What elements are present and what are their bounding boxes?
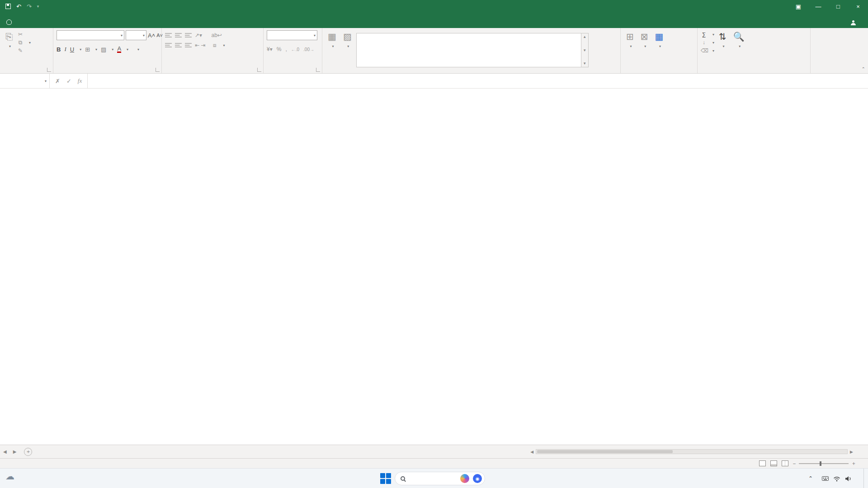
maximize-button[interactable]: □ [828, 0, 848, 13]
number-dialog-launcher-icon[interactable] [316, 68, 320, 72]
clipboard-dialog-launcher-icon[interactable] [47, 68, 51, 72]
tray-expand-icon[interactable]: ⌃ [808, 475, 813, 482]
name-box[interactable]: ▾ [0, 74, 50, 88]
paste-icon: ⎘ [5, 32, 13, 42]
format-painter-button[interactable]: ✎ [17, 47, 31, 54]
scroll-left-icon[interactable]: ◀ [529, 450, 535, 454]
keyboard-icon[interactable] [822, 476, 829, 481]
redo-icon[interactable]: ↷ [27, 3, 32, 10]
bold-button[interactable]: B [57, 46, 61, 53]
conditional-formatting-button[interactable]: ▦ ▾ [326, 30, 339, 50]
underline-button[interactable]: U [70, 46, 74, 53]
insert-cells-button[interactable]: ⊞▾ [624, 30, 636, 50]
undo-icon[interactable]: ↶ [16, 3, 21, 10]
show-desktop-button[interactable] [863, 469, 865, 488]
italic-button[interactable]: I [64, 46, 66, 53]
sort-filter-icon: ⇅ [719, 32, 726, 42]
normal-view-icon[interactable] [759, 460, 766, 466]
clear-button[interactable]: ⌫▾ [701, 47, 714, 54]
weather-widget[interactable]: ☁ [5, 471, 17, 482]
paste-button[interactable]: ⎘ ▾ [3, 30, 15, 50]
ribbon-options-icon[interactable]: ▣ [788, 0, 808, 13]
search-box[interactable]: ◉ [395, 472, 485, 485]
align-bottom-icon[interactable] [185, 33, 192, 38]
close-button[interactable]: × [848, 0, 868, 13]
cancel-icon[interactable]: ✗ [55, 78, 60, 84]
insert-cells-icon: ⊞ [626, 32, 634, 42]
copy-button[interactable]: ⧉▾ [17, 39, 31, 46]
format-as-table-button[interactable]: ▨ ▾ [341, 30, 354, 50]
qat-customize-icon[interactable]: ▾ [37, 4, 39, 9]
align-center-icon[interactable] [175, 42, 182, 48]
cut-button[interactable]: ✂ [17, 31, 31, 38]
eraser-icon: ⌫ [701, 47, 707, 54]
alignment-group: ↗▾ ⇤ ⇥ ab↩ ⧈▾ [162, 28, 264, 73]
fill-down-icon: ↓ [701, 39, 707, 46]
accounting-format-icon[interactable]: ¥▾ [267, 46, 273, 52]
new-sheet-button[interactable]: ＋ [24, 448, 32, 456]
number-group: ▾ ¥▾ % , ←.0 .00→ [264, 28, 322, 73]
font-family-select[interactable]: ▾ [57, 30, 124, 40]
delete-cells-icon: ⊠ [641, 32, 648, 42]
autosum-button[interactable]: ∑▾ [701, 31, 714, 38]
prev-sheet-icon[interactable]: ◀ [0, 449, 10, 454]
ribbon: ⎘ ▾ ✂ ⧉▾ ✎ ▾ ▾ A˄ A˅ B I U▾ ⊞▾ ▨▾ A▾ ▾ [0, 28, 868, 74]
font-group: ▾ ▾ A˄ A˅ B I U▾ ⊞▾ ▨▾ A▾ ▾ [53, 28, 162, 73]
align-middle-icon[interactable] [175, 33, 182, 38]
cells-group: ⊞▾ ⊠▾ ▦▾ [621, 28, 698, 73]
format-cells-button[interactable]: ▦▾ [653, 30, 666, 50]
cell-styles-gallery [356, 33, 581, 67]
zoom-slider[interactable]: −＋ [793, 460, 856, 467]
person-icon [851, 20, 855, 25]
minimize-button[interactable]: — [808, 0, 828, 13]
wrap-text-icon: ab↩ [211, 32, 217, 38]
clock[interactable] [856, 475, 859, 482]
decrease-decimal-icon[interactable]: .00→ [303, 47, 314, 52]
wrap-text-button[interactable]: ab↩ [211, 32, 225, 38]
fill-color-icon[interactable]: ▨ [101, 46, 106, 53]
copy-icon: ⧉ [17, 39, 24, 46]
page-layout-view-icon[interactable] [770, 460, 777, 466]
font-color-icon[interactable]: A [117, 46, 121, 53]
formula-input[interactable] [88, 74, 868, 88]
share-button[interactable] [841, 17, 868, 28]
insert-function-icon[interactable]: fx [78, 77, 82, 84]
find-select-button[interactable]: 🔍▾ [731, 30, 747, 50]
save-icon[interactable] [5, 4, 11, 9]
align-top-icon[interactable] [165, 33, 172, 38]
wifi-icon[interactable] [833, 476, 840, 482]
tell-me-box[interactable] [0, 16, 21, 28]
spreadsheet[interactable] [0, 104, 868, 445]
comma-icon[interactable]: , [285, 46, 287, 52]
format-as-table-icon: ▨ [343, 32, 352, 42]
font-size-select[interactable]: ▾ [126, 30, 146, 40]
horizontal-scrollbar[interactable]: ◀ ▶ [529, 449, 854, 454]
collapse-ribbon-icon[interactable]: ⌃ [862, 66, 865, 71]
fill-button[interactable]: ↓▾ [701, 39, 714, 46]
align-left-icon[interactable] [165, 42, 172, 48]
number-format-select[interactable]: ▾ [267, 30, 317, 40]
merge-center-button[interactable]: ⧈▾ [211, 42, 225, 48]
page-break-view-icon[interactable] [782, 460, 788, 466]
percent-icon[interactable]: % [277, 46, 282, 52]
quick-access-toolbar: ↶ ↷ ▾ [0, 3, 39, 10]
align-right-icon[interactable] [185, 42, 192, 48]
hscroll-thumb[interactable] [537, 450, 673, 453]
sort-filter-button[interactable]: ⇅▾ [717, 30, 729, 50]
borders-icon[interactable]: ⊞ [85, 46, 90, 53]
alignment-dialog-launcher-icon[interactable] [257, 68, 261, 72]
speaker-icon[interactable] [845, 476, 852, 482]
scroll-right-icon[interactable]: ▶ [849, 450, 854, 454]
grow-font-icon[interactable]: A˄ [148, 32, 155, 39]
styles-gallery-scroll[interactable]: ▲▼▼ [581, 33, 589, 67]
next-sheet-icon[interactable]: ▶ [10, 449, 20, 454]
indent-icons[interactable]: ⇤ ⇥ [195, 42, 205, 48]
increase-decimal-icon[interactable]: ←.0 [291, 47, 299, 52]
clipboard-group: ⎘ ▾ ✂ ⧉▾ ✎ [0, 28, 53, 73]
enter-icon[interactable]: ✓ [66, 78, 71, 84]
start-button[interactable] [380, 473, 392, 484]
font-dialog-launcher-icon[interactable] [156, 68, 160, 72]
status-bar: −＋ [0, 458, 868, 468]
orientation-icon[interactable]: ↗▾ [195, 32, 202, 38]
delete-cells-button[interactable]: ⊠▾ [638, 30, 651, 50]
